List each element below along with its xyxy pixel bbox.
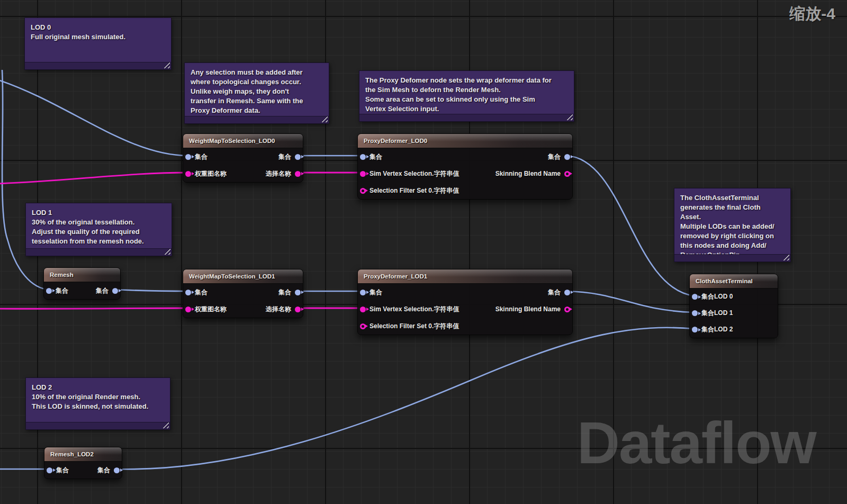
input-pin-collection[interactable] bbox=[185, 154, 191, 160]
output-pin-collection[interactable] bbox=[295, 290, 301, 295]
pin-label: 选择名称 bbox=[266, 169, 291, 178]
node-remesh-lod2[interactable]: Remesh_LOD2 集合 集合 bbox=[44, 447, 122, 479]
pin-label: 集合 bbox=[548, 288, 561, 297]
output-pin-collection[interactable] bbox=[114, 467, 120, 473]
input-pin-collection-lod1[interactable] bbox=[692, 310, 698, 316]
node-header[interactable]: ProxyDeformer_LOD1 bbox=[358, 269, 572, 284]
node-header[interactable]: ClothAssetTerminal bbox=[690, 274, 778, 289]
node-header[interactable]: ProxyDeformer_LOD0 bbox=[358, 134, 572, 148]
input-pin-collection-lod0[interactable] bbox=[692, 294, 698, 300]
output-pin-skinning-blend-name[interactable] bbox=[564, 171, 570, 177]
input-pin-weight-map-name[interactable] bbox=[185, 307, 191, 312]
wire-pd1-to-terminal-lod1[interactable] bbox=[566, 291, 695, 312]
pin-label: 集合 bbox=[195, 288, 208, 297]
wire-remesh-lod2-to-terminal-lod2[interactable] bbox=[116, 328, 695, 469]
input-pin-collection[interactable] bbox=[360, 290, 366, 295]
pin-label: 集合 bbox=[96, 286, 109, 295]
pin-label: 集合 bbox=[278, 288, 291, 297]
input-pin-sim-vertex-selection[interactable] bbox=[360, 307, 366, 312]
wire-remesh-to-wmts1[interactable] bbox=[114, 290, 188, 291]
graph-canvas[interactable]: { "overlay": { "zoom_label": "缩放-4", "wa… bbox=[0, 0, 847, 504]
node-header[interactable]: Remesh_LOD2 bbox=[44, 447, 122, 462]
input-pin-collection-lod2[interactable] bbox=[692, 327, 698, 332]
pin-label: Selection Filter Set 0.字符串值 bbox=[370, 322, 459, 331]
pin-label: 集合LOD 2 bbox=[701, 325, 733, 334]
pin-label: 集合 bbox=[195, 152, 208, 161]
node-header[interactable]: WeightMapToSelection_LOD1 bbox=[183, 269, 303, 284]
node-header[interactable]: WeightMapToSelection_LOD0 bbox=[183, 134, 303, 148]
node-header[interactable]: Remesh bbox=[44, 268, 120, 282]
node-title: ClothAssetTerminal bbox=[690, 278, 753, 284]
output-pin-collection[interactable] bbox=[564, 154, 570, 160]
pin-label: 集合 bbox=[56, 286, 68, 295]
input-pin-collection[interactable] bbox=[185, 290, 191, 295]
wire-collection-to-remesh[interactable] bbox=[2, 70, 49, 290]
pin-label: 集合 bbox=[56, 466, 69, 475]
pin-label: 集合 bbox=[278, 152, 291, 161]
pin-label: 集合 bbox=[97, 466, 110, 475]
input-pin-weight-map-name[interactable] bbox=[185, 171, 191, 177]
pin-label: 权重图名称 bbox=[195, 169, 227, 178]
pin-label: 集合 bbox=[548, 152, 561, 161]
output-pin-collection[interactable] bbox=[564, 290, 570, 295]
pin-label: 集合 bbox=[370, 152, 382, 161]
pin-label: Selection Filter Set 0.字符串值 bbox=[370, 186, 459, 195]
wire-layer bbox=[0, 0, 847, 504]
output-pin-selection-name[interactable] bbox=[295, 171, 301, 177]
node-clothassetterminal[interactable]: ClothAssetTerminal 集合LOD 0 集合LOD 1 集合LOD… bbox=[689, 274, 778, 338]
output-pin-collection[interactable] bbox=[295, 154, 301, 160]
node-proxydeformer-lod0[interactable]: ProxyDeformer_LOD0 集合 集合 Sim Vertex Sele… bbox=[357, 133, 573, 200]
output-pin-skinning-blend-name[interactable] bbox=[564, 307, 570, 312]
zoom-level-label: 缩放-4 bbox=[789, 3, 835, 25]
wire-pd0-to-terminal-lod0[interactable] bbox=[566, 156, 695, 296]
node-title: WeightMapToSelection_LOD0 bbox=[183, 138, 275, 144]
wire-weightmap-name-to-wmts-lod0[interactable] bbox=[0, 173, 188, 184]
node-remesh[interactable]: Remesh 集合 集合 bbox=[43, 267, 121, 300]
input-pin-selection-filter-set0[interactable] bbox=[360, 323, 366, 329]
wire-collection-to-wmts-lod0[interactable] bbox=[0, 79, 188, 156]
pin-label: 集合 bbox=[370, 288, 382, 297]
input-pin-collection[interactable] bbox=[46, 288, 52, 294]
node-title: WeightMapToSelection_LOD1 bbox=[183, 273, 275, 280]
input-pin-collection[interactable] bbox=[360, 154, 366, 160]
pin-label: 权重图名称 bbox=[195, 305, 227, 314]
pin-label: 集合LOD 1 bbox=[701, 309, 733, 318]
node-weightmaptoselection-lod0[interactable]: WeightMapToSelection_LOD0 集合 集合 权重图名称 选择… bbox=[183, 133, 303, 183]
node-weightmaptoselection-lod1[interactable]: WeightMapToSelection_LOD1 集合 集合 权重图名称 选择… bbox=[183, 269, 303, 318]
pin-label: Sim Vertex Selection.字符串值 bbox=[370, 305, 459, 314]
input-pin-sim-vertex-selection[interactable] bbox=[360, 171, 366, 177]
node-title: ProxyDeformer_LOD0 bbox=[358, 138, 427, 144]
input-pin-collection[interactable] bbox=[47, 467, 52, 473]
pin-label: Sim Vertex Selection.字符串值 bbox=[370, 169, 459, 178]
node-title: Remesh bbox=[44, 272, 74, 278]
input-pin-selection-filter-set0[interactable] bbox=[360, 188, 366, 194]
node-title: ProxyDeformer_LOD1 bbox=[358, 273, 427, 280]
output-pin-selection-name[interactable] bbox=[295, 307, 301, 312]
pin-label: Skinning Blend Name bbox=[495, 170, 561, 177]
node-title: Remesh_LOD2 bbox=[44, 451, 94, 457]
node-proxydeformer-lod1[interactable]: ProxyDeformer_LOD1 集合 集合 Sim Vertex Sele… bbox=[357, 269, 573, 335]
pin-label: Skinning Blend Name bbox=[495, 305, 561, 313]
pin-label: 集合LOD 0 bbox=[701, 292, 733, 301]
output-pin-collection[interactable] bbox=[112, 288, 118, 294]
pin-label: 选择名称 bbox=[266, 305, 291, 314]
wire-weightmap-name-to-wmts-lod1[interactable] bbox=[0, 308, 188, 309]
